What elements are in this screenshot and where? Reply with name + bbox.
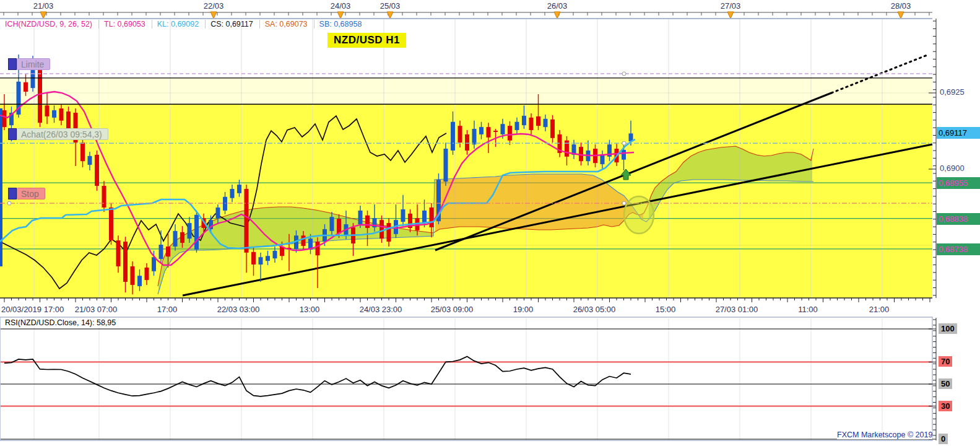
buy-order-label[interactable]: Achat(26/03 09:54,3) (8, 128, 108, 140)
date-label[interactable]: 27/03 (721, 1, 741, 11)
time-label[interactable]: 26/03 05:00 (573, 305, 616, 314)
candle (451, 122, 455, 151)
price-level-badge: 0,68955 (937, 177, 980, 189)
candle (379, 220, 384, 238)
order-drag-handle-icon[interactable] (8, 128, 17, 140)
candle (152, 257, 156, 271)
candle (259, 257, 263, 265)
time-label[interactable]: 17:00 (157, 305, 178, 314)
candle (245, 189, 249, 253)
candle (522, 116, 526, 125)
candle (401, 209, 405, 222)
candle (501, 124, 505, 134)
candle (316, 242, 320, 255)
ichimoku-indicator-header: ICH(NZD/USD, 9, 26, 52)TL: 0,69053KL: 0,… (5, 20, 373, 28)
time-label[interactable]: 27/03 01:00 (716, 305, 758, 314)
indicator-value-label: KL: 0,69092 (157, 20, 206, 28)
candle (131, 266, 135, 285)
watermark-copyright: FXCM Marketscope © 2019 (837, 431, 932, 439)
buy-order-text[interactable]: Achat(26/03 09:54,3) (17, 128, 108, 140)
candle (515, 122, 519, 130)
indicator-value-label: SB: 0,68958 (319, 20, 368, 28)
candle (550, 120, 555, 138)
clipped-left-candle (0, 108, 2, 266)
candle (529, 118, 534, 130)
order-drag-handle-icon[interactable] (8, 188, 17, 199)
candle (223, 197, 227, 211)
candle (52, 110, 56, 118)
candle (387, 223, 391, 242)
price-tick-label: 0,6900 (940, 164, 965, 173)
candle (166, 247, 170, 256)
candle (88, 156, 92, 165)
candle (493, 131, 498, 132)
date-label[interactable]: 24/03 (331, 1, 351, 11)
time-label[interactable]: 21/03 07:00 (75, 305, 118, 314)
candle (194, 215, 199, 250)
order-drag-handle-icon[interactable] (8, 58, 17, 70)
time-label[interactable]: 22/03 03:00 (217, 305, 260, 314)
candle (180, 232, 184, 243)
rsi-level-badge: 70 (939, 356, 952, 367)
candle (458, 126, 462, 142)
time-label[interactable]: 19:00 (513, 305, 534, 314)
candle (544, 119, 548, 127)
date-label[interactable]: 21/03 (33, 1, 54, 11)
cloud-twist-highlight (624, 196, 654, 234)
candle (365, 216, 370, 228)
indicator-value-label: ICH(NZD/USD, 9, 26, 52) (5, 20, 99, 28)
time-label[interactable]: 13:00 (300, 305, 320, 314)
candle (159, 245, 163, 259)
candle (2, 110, 7, 127)
date-label[interactable]: 22/03 (204, 1, 224, 11)
candle (358, 211, 363, 224)
time-label[interactable]: 11:00 (798, 305, 818, 314)
candle (330, 217, 334, 231)
limit-order-label[interactable]: Limite (8, 58, 50, 70)
candle (266, 256, 270, 261)
limit-order-text[interactable]: Limite (17, 58, 50, 70)
candle (273, 251, 277, 258)
candle (31, 70, 35, 88)
candle (188, 223, 192, 238)
candle (430, 208, 434, 227)
candle (123, 242, 128, 282)
candle (145, 268, 149, 280)
rsi-level-badge: 30 (939, 401, 952, 411)
price-level-badge: 0,68838 (937, 213, 980, 225)
rsi-level-badge: 0 (939, 434, 948, 444)
date-label[interactable]: 26/03 (547, 1, 568, 11)
price-chart-canvas[interactable] (0, 0, 980, 446)
date-label[interactable]: 25/03 (380, 1, 401, 11)
candle (465, 134, 469, 151)
rsi-level-badge: 100 (939, 323, 957, 334)
candle (479, 127, 483, 134)
time-label[interactable]: 25/03 09:00 (431, 305, 474, 314)
candle (622, 150, 626, 160)
candle (337, 219, 341, 234)
stop-order-text[interactable]: Stop (17, 188, 45, 199)
candle (45, 105, 50, 116)
candle (422, 211, 427, 223)
candle (95, 155, 99, 186)
candle (102, 186, 106, 208)
date-label[interactable]: 28/03 (891, 1, 911, 11)
stop-order-label[interactable]: Stop (8, 188, 45, 199)
indicator-value-label: TL: 0,69053 (104, 20, 152, 28)
candle (487, 127, 491, 138)
time-label[interactable]: 21:00 (869, 305, 890, 314)
candle (536, 116, 540, 126)
rsi-level-badge: 50 (939, 378, 952, 389)
time-label[interactable]: 24/03 23:00 (360, 305, 402, 314)
candle (444, 149, 448, 181)
candle (472, 129, 477, 144)
time-label[interactable]: 15:00 (656, 305, 676, 314)
candle (251, 252, 256, 265)
candle (173, 231, 178, 247)
candle (137, 276, 142, 286)
candle (508, 126, 512, 141)
pair-timeframe-title: NZD/USD H1 (327, 33, 406, 48)
candle (216, 208, 220, 218)
time-label[interactable]: 20/03/2019 17:00 (1, 305, 64, 314)
chart-window: ICH(NZD/USD, 9, 26, 52)TL: 0,69053KL: 0,… (0, 0, 980, 446)
